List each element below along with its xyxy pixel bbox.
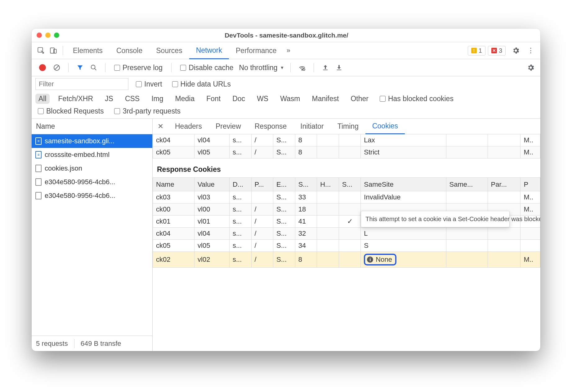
- request-name: crosssite-embed.html: [45, 151, 109, 159]
- detail-tab-response[interactable]: Response: [248, 119, 294, 134]
- inspect-icon[interactable]: [35, 44, 47, 57]
- table-row[interactable]: ck05vl05s.../S...8StrictM..: [153, 146, 540, 158]
- type-filter-manifest[interactable]: Manifest: [309, 94, 342, 104]
- column-header[interactable]: S...: [295, 178, 317, 191]
- network-settings-icon[interactable]: [526, 63, 535, 72]
- table-row[interactable]: ck02vl02s.../S...8iNoneThis attempt to s…: [153, 252, 540, 268]
- detail-pane: ✕ HeadersPreviewResponseInitiatorTimingC…: [153, 119, 540, 351]
- record-icon[interactable]: [39, 64, 46, 71]
- samesite-highlight[interactable]: iNone: [364, 254, 396, 265]
- request-name: e304e580-9956-4cb6...: [45, 178, 115, 186]
- minimize-icon[interactable]: [45, 33, 51, 38]
- filter-row: Invert Hide data URLs: [32, 76, 540, 92]
- detail-tab-timing[interactable]: Timing: [331, 119, 365, 134]
- cookies-panel: ck04vl04s.../S...8LaxM..ck05vl05s.../S..…: [153, 134, 540, 351]
- table-row[interactable]: ck05vl05s.../S...34S: [153, 240, 540, 252]
- close-detail-icon[interactable]: ✕: [153, 122, 168, 131]
- request-row[interactable]: e304e580-9956-4cb6...: [32, 175, 152, 189]
- type-filter-doc[interactable]: Doc: [229, 94, 248, 104]
- type-filter-ws[interactable]: WS: [254, 94, 271, 104]
- type-filter-css[interactable]: CSS: [122, 94, 143, 104]
- disable-cache-checkbox[interactable]: Disable cache: [180, 64, 233, 72]
- request-row[interactable]: e304e580-9956-4cb6...: [32, 189, 152, 203]
- column-header[interactable]: Name: [153, 178, 194, 191]
- error-icon: ✕: [491, 48, 497, 53]
- request-row[interactable]: ≡crosssite-embed.html: [32, 148, 152, 162]
- column-header[interactable]: P: [521, 178, 540, 191]
- table-row[interactable]: ck04vl04s.../S...32L: [153, 228, 540, 240]
- type-filter-img[interactable]: Img: [148, 94, 166, 104]
- network-toolbar: Preserve log Disable cache No throttling…: [32, 59, 540, 76]
- column-header[interactable]: S...: [339, 178, 361, 191]
- type-filter-media[interactable]: Media: [172, 94, 198, 104]
- type-filter-other[interactable]: Other: [347, 94, 372, 104]
- search-icon[interactable]: [88, 62, 99, 73]
- transfer-size: 649 B transfe: [81, 340, 121, 348]
- tab-network[interactable]: Network: [189, 42, 229, 59]
- column-header[interactable]: H...: [317, 178, 339, 191]
- zoom-icon[interactable]: [54, 33, 59, 38]
- devtools-window: DevTools - samesite-sandbox.glitch.me/ E…: [32, 29, 540, 351]
- column-header[interactable]: Par...: [488, 178, 521, 191]
- detail-tab-headers[interactable]: Headers: [168, 119, 209, 134]
- request-list-footer: 5 requests 649 B transfe: [32, 336, 152, 351]
- tab-elements[interactable]: Elements: [66, 42, 109, 59]
- tab-console[interactable]: Console: [109, 42, 149, 59]
- column-header[interactable]: D...: [229, 178, 251, 191]
- settings-icon[interactable]: [511, 46, 521, 55]
- hide-data-urls-checkbox[interactable]: Hide data URLs: [172, 80, 231, 88]
- response-cookies-title: Response Cookies: [153, 158, 540, 177]
- request-count: 5 requests: [36, 340, 68, 348]
- detail-tab-cookies[interactable]: Cookies: [365, 119, 405, 134]
- panel-tabs: ElementsConsoleSourcesNetworkPerformance…: [32, 42, 540, 59]
- type-filter-fetch-xhr[interactable]: Fetch/XHR: [55, 94, 96, 104]
- request-name: samesite-sandbox.gli...: [45, 137, 114, 145]
- upload-har-icon[interactable]: [320, 62, 331, 73]
- filter-input[interactable]: [35, 78, 128, 90]
- table-row[interactable]: ck03vl03s...S...33InvalidValueM..: [153, 191, 540, 203]
- request-row[interactable]: ≡samesite-sandbox.gli...: [32, 134, 152, 148]
- column-header[interactable]: SameSite: [361, 178, 446, 191]
- detail-tab-preview[interactable]: Preview: [209, 119, 248, 134]
- detail-tab-initiator[interactable]: Initiator: [293, 119, 330, 134]
- column-header[interactable]: E...: [273, 178, 295, 191]
- device-toggle-icon[interactable]: [47, 44, 60, 57]
- invert-checkbox[interactable]: Invert: [136, 80, 162, 88]
- more-panels-icon[interactable]: »: [284, 47, 293, 55]
- clear-icon[interactable]: [51, 62, 62, 73]
- type-filter-font[interactable]: Font: [203, 94, 224, 104]
- table-row[interactable]: ck04vl04s.../S...8LaxM..: [153, 134, 540, 146]
- download-har-icon[interactable]: [334, 62, 344, 73]
- has-blocked-cookies-checkbox[interactable]: Has blocked cookies: [380, 95, 454, 103]
- type-filter-all[interactable]: All: [35, 94, 50, 104]
- error-badge[interactable]: ✕ 3: [488, 46, 506, 56]
- response-cookies-table: NameValueD...P...E...S...H...S...SameSit…: [153, 177, 540, 268]
- request-list: ≡samesite-sandbox.gli...≡crosssite-embed…: [32, 134, 152, 336]
- request-row[interactable]: cookies.json: [32, 162, 152, 175]
- kebab-menu-icon[interactable]: ⋮: [526, 46, 535, 55]
- tab-sources[interactable]: Sources: [149, 42, 189, 59]
- window-title: DevTools - samesite-sandbox.glitch.me/: [59, 32, 514, 39]
- type-filters: AllFetch/XHRJSCSSImgMediaFontDocWSWasmMa…: [32, 92, 540, 106]
- throttling-select[interactable]: No throttling ▼: [239, 64, 284, 72]
- request-list-header[interactable]: Name: [32, 119, 152, 134]
- column-header[interactable]: Value: [194, 178, 230, 191]
- warning-icon: !: [471, 48, 477, 53]
- warning-badge[interactable]: ! 1: [468, 46, 485, 56]
- svg-point-5: [302, 69, 303, 70]
- svg-point-6: [303, 69, 305, 70]
- file-icon: [35, 165, 42, 172]
- type-filter-js[interactable]: JS: [102, 94, 116, 104]
- svg-point-4: [91, 65, 95, 69]
- filter-icon[interactable]: [75, 62, 85, 73]
- dropdown-icon: ▼: [280, 65, 284, 70]
- blocked-requests-checkbox[interactable]: Blocked Requests: [38, 107, 104, 115]
- type-filter-wasm[interactable]: Wasm: [277, 94, 303, 104]
- column-header[interactable]: Same...: [446, 178, 488, 191]
- preserve-log-checkbox[interactable]: Preserve log: [114, 64, 163, 72]
- tab-performance[interactable]: Performance: [229, 42, 284, 59]
- close-icon[interactable]: [37, 33, 42, 38]
- third-party-requests-checkbox[interactable]: 3rd-party requests: [114, 107, 181, 115]
- column-header[interactable]: P...: [251, 178, 273, 191]
- network-conditions-icon[interactable]: [297, 62, 307, 73]
